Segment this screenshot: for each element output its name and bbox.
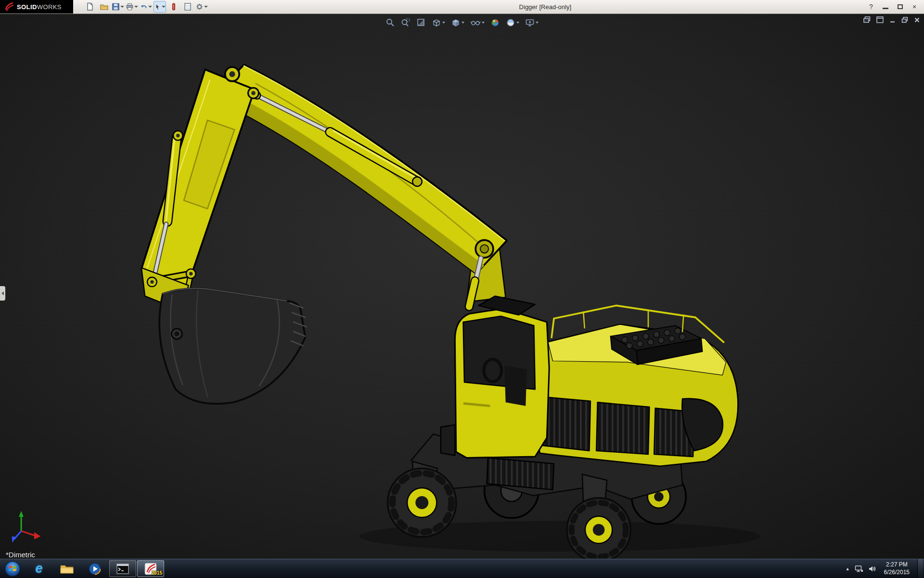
volume-icon[interactable] [868,565,876,573]
doc-close-button[interactable] [914,17,920,23]
display-style-button[interactable] [449,17,466,28]
solidworks-logo: SOLIDWORKS [0,0,73,13]
view-orientation-cube-icon [432,18,441,27]
select-button[interactable] [154,1,166,13]
view-orientation-caret [442,22,445,24]
start-button[interactable] [0,559,25,578]
taskbar-clock[interactable]: 2:27 PM 6/26/2015 [881,561,912,576]
select-dropdown-caret [162,6,166,8]
design-binder-icon [183,2,192,11]
clock-date: 6/26/2015 [884,569,910,577]
headsup-view-toolbar [384,17,540,28]
main-toolbar [84,1,208,13]
hide-show-glasses-icon [470,18,481,27]
view-settings-icon [525,18,535,27]
taskbar-windows-explorer[interactable] [53,560,80,577]
media-player-icon [89,563,101,575]
solidworks-logo-icon [4,1,14,12]
cascade-windows-button[interactable] [863,16,871,23]
options-gear-icon [195,2,204,11]
doc-restore-button[interactable] [901,17,908,23]
edit-appearance-ball-icon [490,18,500,27]
undo-button[interactable] [140,1,152,13]
windows-start-orb-icon [4,561,21,577]
collapse-arrow-icon [1,291,4,295]
taskbar-media-player[interactable] [81,560,108,577]
new-document-button[interactable] [84,1,96,13]
print-button[interactable] [126,1,138,13]
taskbar-command-prompt[interactable] [109,560,136,577]
zoom-to-fit-icon [385,18,395,27]
minimize-button[interactable] [881,3,890,11]
title-bar: SOLIDWORKS [0,0,924,14]
instant3d-icon [170,2,178,11]
options-dropdown-caret [204,6,208,8]
print-dropdown-caret [134,6,138,8]
edit-appearance-button[interactable] [489,17,501,28]
open-icon [100,2,109,11]
solidworks-version-badge: 2015 [152,570,162,576]
taskbar-apps: e [25,559,165,578]
undo-dropdown-caret [148,6,152,8]
zoom-to-fit-button[interactable] [384,17,397,28]
apply-scene-button[interactable] [504,17,521,28]
window-controls: ? × [866,3,924,11]
show-desktop-button[interactable] [917,559,923,578]
print-icon [126,2,134,11]
window-title: Digger [Read-only] [519,3,571,11]
open-button[interactable] [98,1,110,13]
view-settings-button[interactable] [524,17,540,28]
hidden-icons-button[interactable]: ▲ [846,566,850,571]
display-style-icon [451,18,461,27]
brand-text: SOLIDWORKS [17,3,62,11]
instant3d-button[interactable] [167,1,180,13]
network-icon[interactable] [855,565,863,573]
command-prompt-icon [116,564,129,574]
maximize-button[interactable] [895,3,905,11]
display-style-caret [462,22,464,24]
clock-time: 2:27 PM [884,561,910,569]
view-orientation-button[interactable] [430,17,447,28]
folder-icon [60,563,74,575]
taskbar-internet-explorer[interactable]: e [26,560,52,577]
document-window-controls [863,16,920,23]
feature-manager-collapse-tab[interactable] [0,286,5,301]
graphics-viewport[interactable]: *Dimetric [0,14,924,559]
options-button[interactable] [195,1,208,13]
internet-explorer-icon: e [35,561,42,576]
taskbar-solidworks[interactable]: 2015 [137,560,164,577]
save-icon [112,2,120,11]
view-settings-caret [536,22,539,24]
save-button[interactable] [112,1,124,13]
select-cursor-icon [154,3,161,11]
design-binder-button[interactable] [181,1,194,13]
new-document-icon [86,2,94,11]
help-button[interactable]: ? [866,3,876,11]
apply-scene-icon [506,18,515,27]
apply-scene-caret [516,22,519,24]
zoom-to-area-button[interactable] [399,17,412,28]
hide-show-caret [482,22,485,24]
section-view-icon [416,18,426,27]
undo-icon [140,2,148,11]
section-view-button[interactable] [415,17,427,28]
close-button[interactable]: × [910,3,919,11]
save-dropdown-caret [120,6,124,8]
windows-taskbar: e [0,559,924,578]
doc-minimize-button[interactable] [889,17,896,23]
tile-windows-button[interactable] [876,16,884,23]
hide-show-items-button[interactable] [469,17,486,28]
system-tray: ▲ 2:27 PM 6/26/2015 [846,559,924,578]
view-orientation-label: *Dimetric [6,551,35,559]
zoom-to-area-icon [401,18,411,27]
scene-canvas [0,14,924,559]
